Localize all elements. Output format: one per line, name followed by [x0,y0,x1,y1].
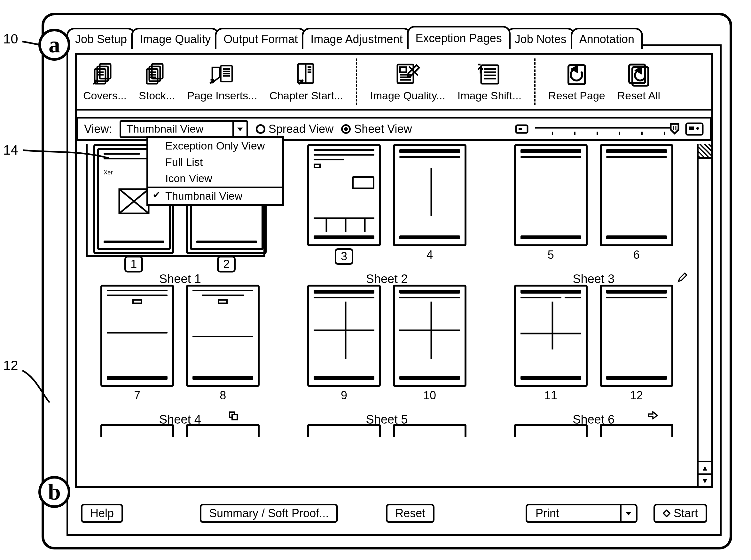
svg-point-50 [696,127,699,130]
edit-icon [677,273,688,285]
scroll-thumb[interactable] [698,144,711,159]
view-dropdown-menu: Exception Only View Full List Icon View … [147,136,284,206]
tab-output-format[interactable]: Output Format [215,28,306,49]
view-select[interactable]: Thumbnail View [120,120,248,138]
svg-rect-25 [400,67,406,72]
reset-page-icon [564,62,590,87]
sheet-view-label: Sheet View [354,122,412,136]
help-button[interactable]: Help [81,504,123,523]
scroll-up-button[interactable]: ▲ [698,461,711,474]
page-thumbnail[interactable]: 5 [514,144,588,285]
chevron-down-icon [620,505,636,521]
page-number: 11 [544,389,557,402]
page-thumbnail[interactable]: 10 [393,285,466,425]
reset-all-button[interactable]: Reset All [617,62,660,102]
stock-icon [144,62,170,87]
zoom-large-icon [685,122,704,136]
zoom-slider[interactable] [515,122,704,136]
dropdown-item-exception-only[interactable]: Exception Only View [148,138,282,154]
sheet-label: Sheet 5 [366,413,408,426]
page-thumbnail[interactable]: 12 [600,285,673,425]
reset-button[interactable]: Reset [386,504,435,523]
diamond-icon [663,509,670,517]
image-placeholder-icon [118,188,150,217]
split-icon [314,302,374,359]
page-number: 8 [220,389,226,402]
view-label: View: [84,122,112,136]
vertical-scrollbar[interactable]: ▲ ▼ [697,144,711,486]
sheet-label: Sheet 1 [159,272,201,286]
chapter-start-label: Chapter Start... [270,89,343,102]
image-shift-button[interactable]: Image Shift... [458,62,521,102]
sheet-group: 11 12 Sheet 6 [490,285,697,425]
page-inserts-button[interactable]: Page Inserts... [187,62,257,102]
split-icon [399,302,460,359]
image-quality-icon [395,62,420,87]
start-label: Start [674,507,698,520]
page-inserts-label: Page Inserts... [187,89,257,102]
reset-all-icon [626,62,652,87]
tab-annotation[interactable]: Annotation [571,28,643,49]
page-thumbnail[interactable]: 11 [514,285,588,425]
toolbar-separator [534,58,536,105]
page-thumbnail[interactable]: 3 [307,144,381,285]
dropdown-item-icon-view[interactable]: Icon View [148,170,282,186]
page-number: 6 [633,248,640,262]
start-button[interactable]: Start [654,504,707,523]
image-shift-label: Image Shift... [458,89,521,102]
page-thumbnail[interactable]: 7 [100,285,174,425]
radio-checked-icon [341,124,351,134]
svg-rect-49 [689,126,694,130]
tab-job-notes[interactable]: Job Notes [506,28,575,49]
dropdown-item-full-list[interactable]: Full List [148,154,282,170]
tab-exception-pages[interactable]: Exception Pages [407,26,511,49]
main-panel: Covers... Stock... Page Inserts... Chapt… [66,44,721,536]
callout-badge-a: a [38,29,70,61]
page-number: 9 [341,389,347,402]
dropdown-item-thumbnail-view[interactable]: Thumbnail View [148,188,282,204]
image-quality-button[interactable]: Image Quality... [370,62,445,102]
page-inserts-icon [209,62,235,87]
image-quality-label: Image Quality... [370,89,445,102]
chapter-start-button[interactable]: Chapter Start... [270,62,343,102]
print-dropdown[interactable]: Print [526,504,637,523]
sheet-group: 5 6 Sheet 3 [490,144,697,285]
svg-rect-48 [686,123,703,135]
chevron-down-icon [232,122,247,136]
toolbar-separator [356,58,357,105]
tab-image-adjustment[interactable]: Image Adjustment [302,28,411,49]
svg-rect-29 [481,65,498,84]
sheet-view-radio[interactable]: Sheet View [341,122,412,136]
summary-button[interactable]: Summary / Soft Proof... [200,504,338,523]
svg-rect-38 [519,128,522,130]
page-number: 3 [335,248,353,265]
tab-image-quality[interactable]: Image Quality [131,28,219,49]
split-icon [520,302,581,349]
callout-ref-14: 14 [3,142,18,158]
zoom-track-icon [533,123,680,136]
page-thumbnail[interactable]: 6 [600,144,673,285]
page-number: 12 [630,389,643,402]
sheet-label: Sheet 2 [366,272,408,286]
page-number: 2 [217,256,236,273]
radio-unchecked-icon [256,124,265,134]
page-thumbnail[interactable]: 9 [307,285,381,425]
spread-view-radio[interactable]: Spread View [256,122,333,136]
page-thumbnail[interactable]: 8 [186,285,259,425]
page-number: 7 [134,389,140,402]
callout-ref-10: 10 [3,31,18,47]
sheet-label: Sheet 4 [159,413,201,426]
covers-button[interactable]: Covers... [83,62,127,102]
covers-label: Covers... [83,89,127,102]
arrow-right-icon [648,411,658,421]
copy-icon [229,411,238,422]
stock-button[interactable]: Stock... [139,62,175,102]
toolbar: Covers... Stock... Page Inserts... Chapt… [77,55,711,111]
reset-page-button[interactable]: Reset Page [548,62,605,102]
tab-job-setup[interactable]: Job Setup [66,28,136,49]
page-number: 4 [426,248,433,262]
svg-rect-60 [232,415,237,420]
bottom-bar: Help Summary / Soft Proof... Reset Print… [81,502,707,524]
scroll-down-button[interactable]: ▼ [698,474,711,486]
page-thumbnail[interactable]: 4 [393,144,466,285]
